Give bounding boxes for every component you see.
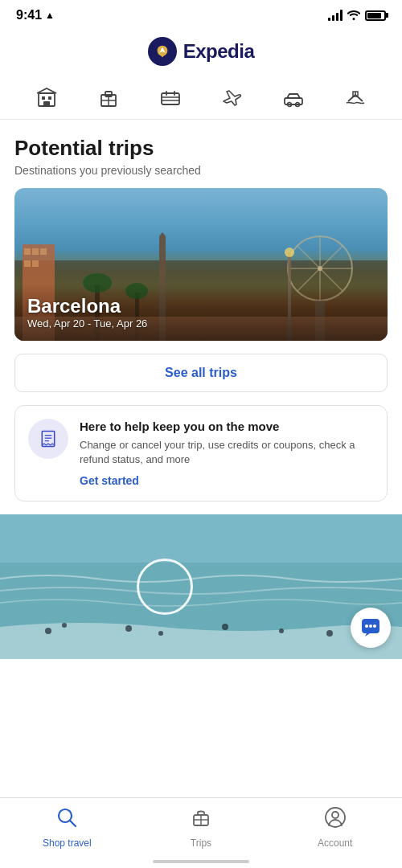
svg-point-53 bbox=[279, 628, 284, 633]
receipt-icon bbox=[39, 429, 58, 448]
location-arrow-icon: ▲ bbox=[45, 10, 55, 21]
potential-trips-title: Potential trips bbox=[14, 136, 388, 161]
svg-point-57 bbox=[365, 624, 368, 628]
help-card: Here to help keep you on the move Change… bbox=[14, 405, 388, 502]
svg-rect-9 bbox=[162, 93, 179, 104]
svg-point-52 bbox=[222, 624, 228, 630]
beach-section bbox=[0, 514, 402, 659]
svg-rect-23 bbox=[40, 248, 47, 255]
logo-icon bbox=[148, 37, 177, 66]
see-all-trips-button[interactable]: See all trips bbox=[14, 354, 388, 392]
potential-trips-subtitle: Destinations you previously searched bbox=[14, 164, 388, 177]
status-time: 9:41 ▲ bbox=[16, 8, 55, 23]
svg-rect-22 bbox=[32, 248, 39, 255]
signal-icon bbox=[328, 10, 343, 21]
bottom-tab-bar: Shop travel Trips Account bbox=[0, 797, 402, 868]
svg-point-59 bbox=[373, 624, 376, 628]
main-content: Potential trips Destinations you previou… bbox=[0, 120, 402, 502]
packages-nav-icon[interactable] bbox=[97, 87, 120, 109]
help-text: Here to help keep you on the move Change… bbox=[80, 419, 374, 488]
svg-rect-3 bbox=[48, 96, 51, 100]
beach-circle-element bbox=[137, 559, 193, 615]
destination-overlay: Barcelona Wed, Apr 20 - Tue, Apr 26 bbox=[14, 284, 388, 341]
cars-nav-icon[interactable] bbox=[282, 87, 305, 109]
trips-tab[interactable]: Trips bbox=[169, 806, 233, 849]
cruises-nav-icon[interactable] bbox=[344, 87, 367, 109]
svg-rect-25 bbox=[32, 260, 39, 267]
account-tab-icon bbox=[324, 806, 347, 834]
svg-rect-24 bbox=[24, 260, 31, 267]
beach-waves bbox=[0, 514, 402, 659]
status-bar: 9:41 ▲ bbox=[0, 0, 402, 26]
wifi-icon bbox=[347, 9, 360, 23]
svg-point-50 bbox=[125, 625, 132, 632]
help-description: Change or cancel your trip, use credits … bbox=[80, 438, 374, 467]
svg-marker-27 bbox=[159, 232, 166, 236]
svg-rect-2 bbox=[42, 96, 45, 100]
svg-line-61 bbox=[70, 821, 76, 826]
get-started-link[interactable]: Get started bbox=[80, 474, 139, 487]
category-nav bbox=[0, 77, 402, 120]
hotels-nav-icon[interactable] bbox=[35, 87, 58, 109]
svg-point-58 bbox=[369, 624, 372, 628]
account-tab[interactable]: Account bbox=[303, 806, 367, 849]
logo: Expedia bbox=[148, 37, 255, 66]
svg-point-54 bbox=[326, 630, 333, 637]
time-display: 9:41 bbox=[16, 8, 42, 23]
help-icon-wrap bbox=[28, 419, 68, 459]
home-indicator bbox=[153, 860, 249, 863]
svg-rect-21 bbox=[24, 248, 31, 255]
logo-text: Expedia bbox=[183, 40, 255, 63]
svg-point-51 bbox=[158, 631, 163, 636]
status-icons bbox=[328, 9, 386, 23]
shop-travel-tab[interactable]: Shop travel bbox=[35, 806, 99, 849]
destination-city: Barcelona bbox=[27, 295, 375, 317]
svg-point-49 bbox=[62, 623, 67, 628]
trips-tab-icon bbox=[190, 806, 212, 834]
svg-point-48 bbox=[45, 628, 51, 634]
svg-rect-4 bbox=[43, 101, 50, 106]
account-tab-label: Account bbox=[318, 837, 352, 849]
app-header: Expedia bbox=[0, 26, 402, 77]
help-title: Here to help keep you on the move bbox=[80, 419, 374, 435]
search-tab-icon bbox=[55, 806, 78, 834]
shop-travel-tab-label: Shop travel bbox=[43, 837, 92, 849]
battery-icon bbox=[365, 10, 386, 21]
trips-tab-label: Trips bbox=[191, 837, 211, 849]
svg-point-41 bbox=[285, 248, 294, 257]
destination-card[interactable]: Barcelona Wed, Apr 20 - Tue, Apr 26 bbox=[14, 188, 388, 341]
things-to-do-nav-icon[interactable] bbox=[159, 87, 182, 109]
svg-point-66 bbox=[332, 812, 338, 818]
flights-nav-icon[interactable] bbox=[220, 87, 243, 109]
chat-fab-button[interactable] bbox=[351, 608, 391, 648]
destination-dates: Wed, Apr 20 - Tue, Apr 26 bbox=[27, 317, 375, 330]
